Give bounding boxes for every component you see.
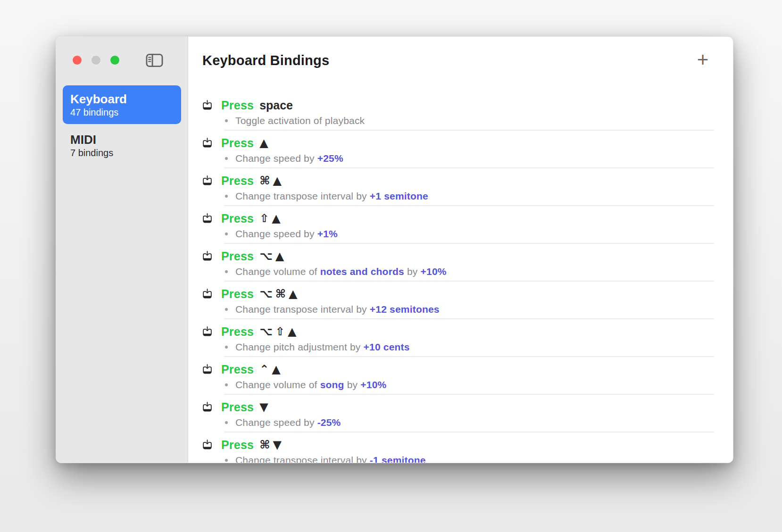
tray-and-arrow-down-icon bbox=[202, 325, 212, 338]
binding-row[interactable]: Press ▲ Change speed by +25% bbox=[202, 132, 714, 169]
binding-keys: ⌘▲ bbox=[259, 174, 282, 188]
traffic-lights bbox=[73, 56, 119, 65]
description-text: Change transpose interval by bbox=[235, 191, 370, 201]
key-symbol: ⇧ bbox=[259, 211, 269, 226]
binding-keys: ⌘▼ bbox=[259, 438, 282, 452]
sidebar-toggle-icon[interactable] bbox=[146, 53, 163, 67]
key-symbol: ⌥ bbox=[259, 249, 273, 264]
sidebar-item-count: 47 bindings bbox=[70, 106, 174, 118]
close-button[interactable] bbox=[73, 56, 82, 65]
bullet-dot bbox=[225, 421, 228, 424]
add-binding-button[interactable]: + bbox=[695, 51, 711, 69]
key-symbol: ⌘ bbox=[259, 438, 270, 452]
binding-row[interactable]: Press ⌥▲ Change volume of notes and chor… bbox=[202, 245, 714, 283]
binding-row[interactable]: Press ⌥⇧▲ Change pitch adjustment by +10… bbox=[202, 320, 714, 358]
binding-keys: ⌃▲ bbox=[259, 362, 281, 377]
sidebar-nav: Keyboard 47 bindings MIDI 7 bindings bbox=[56, 84, 188, 165]
key-symbol: ▲ bbox=[273, 174, 281, 188]
sidebar-titlebar bbox=[56, 37, 188, 84]
key-symbol: ▼ bbox=[273, 438, 281, 452]
binding-keys: ⌥⌘▲ bbox=[259, 287, 297, 301]
description-text: Change transpose interval by bbox=[235, 304, 370, 315]
binding-description-line: Change speed by +1% bbox=[221, 227, 714, 241]
binding-row[interactable]: Press ⇧▲ Change speed by +1% bbox=[202, 207, 714, 245]
key-symbol: ▲ bbox=[259, 136, 268, 150]
binding-description-line: Change transpose interval by +12 semiton… bbox=[221, 302, 714, 316]
bullet-dot bbox=[225, 459, 228, 462]
description-value: +1 semitone bbox=[370, 191, 428, 201]
sidebar-item-keyboard[interactable]: Keyboard 47 bindings bbox=[63, 85, 181, 124]
sidebar-item-midi[interactable]: MIDI 7 bindings bbox=[63, 126, 181, 165]
key-symbol: ⌘ bbox=[259, 174, 270, 188]
description-value: +10% bbox=[360, 379, 386, 390]
key-symbol: space bbox=[259, 98, 293, 113]
tray-and-arrow-down-icon bbox=[202, 363, 212, 375]
description-text: Change volume of bbox=[235, 379, 320, 390]
binding-trigger: Press bbox=[221, 249, 254, 263]
key-symbol: ▲ bbox=[272, 362, 280, 377]
binding-description: Change transpose interval by +1 semitone bbox=[235, 191, 428, 202]
binding-description: Change speed by -25% bbox=[235, 417, 341, 428]
bullet-dot bbox=[225, 195, 228, 198]
binding-description-line: Change transpose interval by -1 semitone bbox=[221, 453, 714, 463]
description-text: Change speed by bbox=[235, 417, 317, 428]
minimize-button[interactable] bbox=[92, 56, 100, 65]
tray-and-arrow-down-icon bbox=[202, 439, 212, 451]
binding-trigger: Press bbox=[221, 212, 254, 225]
main-header: Keyboard Bindings + bbox=[188, 37, 733, 69]
key-symbol: ▲ bbox=[289, 287, 297, 301]
binding-keys: ▼ bbox=[259, 400, 268, 415]
tray-and-arrow-down-icon bbox=[202, 212, 212, 224]
binding-keys: ⌥▲ bbox=[259, 249, 284, 264]
sidebar: Keyboard 47 bindings MIDI 7 bindings bbox=[56, 37, 188, 463]
main-panel: Keyboard Bindings + Press space Toggle a… bbox=[188, 37, 733, 463]
binding-description: Change volume of notes and chords by +10… bbox=[235, 266, 447, 277]
description-text: Change transpose interval by bbox=[235, 455, 370, 463]
binding-description: Change speed by +1% bbox=[235, 228, 338, 240]
binding-shortcut: Press ▼ bbox=[221, 396, 714, 415]
binding-row[interactable]: Press ⌥⌘▲ Change transpose interval by +… bbox=[202, 283, 714, 320]
binding-row[interactable]: Press ⌃▲ Change volume of song by +10% bbox=[202, 358, 714, 396]
binding-trigger: Press bbox=[221, 174, 254, 188]
binding-shortcut: Press ⌥⌘▲ bbox=[221, 283, 714, 301]
binding-description-line: Change pitch adjustment by +10 cents bbox=[221, 340, 714, 354]
binding-description: Change transpose interval by +12 semiton… bbox=[235, 304, 440, 315]
description-value: +25% bbox=[317, 153, 343, 164]
description-text: Change volume of bbox=[235, 266, 320, 277]
binding-row[interactable]: Press ⌘▲ Change transpose interval by +1… bbox=[202, 169, 714, 207]
description-text: Change pitch adjustment by bbox=[235, 341, 364, 352]
binding-keys: ⇧▲ bbox=[259, 211, 281, 226]
binding-description-line: Change volume of song by +10% bbox=[221, 378, 714, 392]
binding-description-line: Change speed by -25% bbox=[221, 416, 714, 430]
bullet-dot bbox=[225, 119, 228, 122]
binding-description: Change pitch adjustment by +10 cents bbox=[235, 341, 410, 353]
sidebar-item-count: 7 bindings bbox=[70, 147, 174, 159]
binding-keys: ⌥⇧▲ bbox=[259, 324, 296, 339]
description-value: -1 semitone bbox=[370, 455, 426, 463]
tray-and-arrow-down-icon bbox=[202, 401, 212, 413]
binding-trigger: Press bbox=[221, 363, 254, 376]
binding-description-line: Change speed by +25% bbox=[221, 151, 714, 166]
binding-trigger: Press bbox=[221, 287, 254, 301]
description-value: +1% bbox=[317, 228, 338, 239]
bindings-list: Press space Toggle activation of playbac… bbox=[202, 94, 714, 463]
binding-shortcut: Press ⇧▲ bbox=[221, 207, 714, 226]
key-symbol: ▲ bbox=[272, 211, 280, 226]
binding-shortcut: Press ⌥▲ bbox=[221, 245, 714, 264]
description-value: song bbox=[320, 379, 344, 390]
binding-shortcut: Press ⌘▼ bbox=[221, 433, 714, 452]
tray-and-arrow-down-icon bbox=[202, 288, 212, 300]
bullet-dot bbox=[225, 308, 228, 311]
binding-trigger: Press bbox=[221, 400, 254, 414]
binding-keys: ▲ bbox=[259, 136, 268, 150]
description-value: +12 semitones bbox=[370, 304, 440, 315]
zoom-button[interactable] bbox=[110, 56, 119, 65]
binding-row[interactable]: Press space Toggle activation of playbac… bbox=[202, 94, 714, 132]
binding-row[interactable]: Press ▼ Change speed by -25% bbox=[202, 396, 714, 433]
key-symbol: ▲ bbox=[288, 324, 296, 339]
key-symbol: ⌥ bbox=[259, 324, 273, 339]
binding-row[interactable]: Press ⌘▼ Change transpose interval by -1… bbox=[202, 433, 714, 463]
app-window: Keyboard 47 bindings MIDI 7 bindings Key… bbox=[56, 36, 733, 463]
binding-description: Change transpose interval by -1 semitone bbox=[235, 455, 426, 463]
binding-keys: space bbox=[259, 98, 293, 113]
